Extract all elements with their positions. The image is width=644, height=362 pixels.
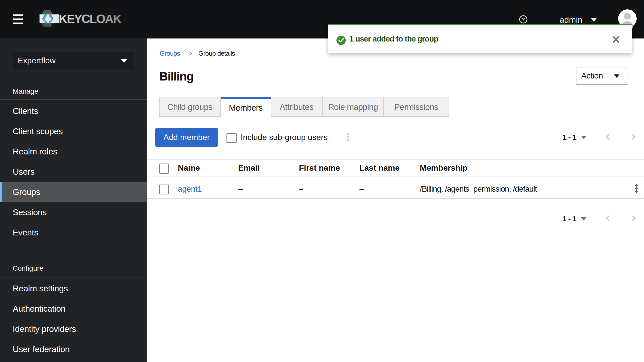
svg-text:KEYCLOAK: KEYCLOAK bbox=[59, 12, 122, 26]
svg-text:?: ? bbox=[522, 16, 525, 22]
